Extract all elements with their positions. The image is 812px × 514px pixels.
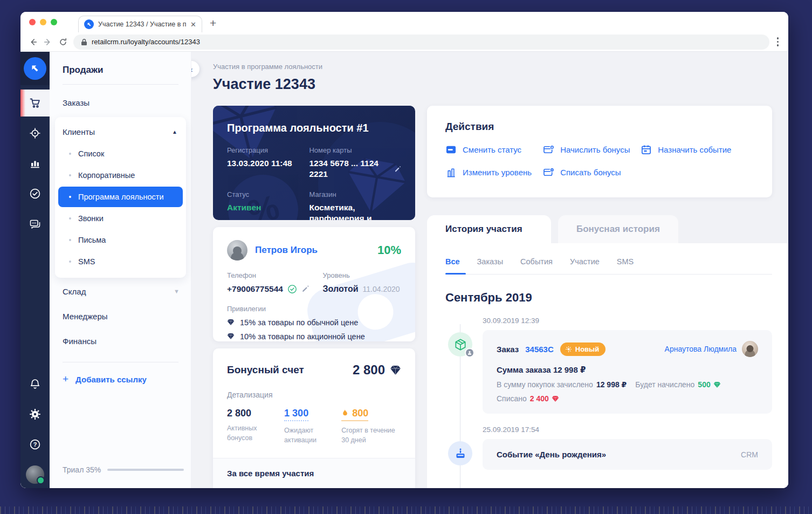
event-source: CRM xyxy=(741,450,758,459)
tab-close-icon[interactable]: ✕ xyxy=(190,21,196,28)
status-badge-new: Новый xyxy=(560,342,605,356)
edit-pencil-icon[interactable] xyxy=(301,285,309,293)
collapse-sidebar-button[interactable]: ‹ xyxy=(191,61,199,77)
edit-pencil-icon[interactable] xyxy=(394,165,401,173)
check-circle-icon xyxy=(29,187,42,200)
minimize-window-button[interactable] xyxy=(40,19,46,25)
sidebar-subitem-label: SMS xyxy=(78,257,95,266)
bar-chart-icon xyxy=(29,157,42,170)
page-title: Участие 12343 xyxy=(213,76,788,93)
gear-icon xyxy=(29,408,42,421)
target-icon xyxy=(29,127,42,140)
sidebar-item-orders[interactable]: Заказы xyxy=(50,90,191,115)
order-icon xyxy=(448,332,472,357)
sidebar-item-finance[interactable]: Финансы xyxy=(50,328,191,353)
rail-item-settings[interactable] xyxy=(20,401,50,428)
browser-tab[interactable]: Участие 12343 / Участие в прог ✕ xyxy=(78,16,202,32)
privilege-item: 10% за товары по акционной цене xyxy=(227,332,401,341)
filter-all[interactable]: Все xyxy=(445,257,460,274)
rail-item-chats[interactable] xyxy=(20,210,50,237)
bonus-column-pending: 1 300 Ожидают активации xyxy=(284,408,328,445)
history-tabs: История участия Бонусная история xyxy=(427,215,788,243)
sidebar-item-letters[interactable]: Письма xyxy=(58,229,183,251)
manager-name-link[interactable]: Арнаутова Людмила xyxy=(665,345,737,353)
timeline: 30.09.2019 12:39 xyxy=(445,317,772,470)
status-field: Статус Активен xyxy=(227,190,305,220)
rail-item-notifications[interactable] xyxy=(20,371,50,398)
breadcrumb[interactable]: Участия в программе лояльности xyxy=(213,63,788,71)
customer-name-link[interactable]: Петров Игорь xyxy=(255,245,370,256)
back-icon[interactable] xyxy=(28,37,38,47)
privilege-text: 15% за товары по обычной цене xyxy=(240,318,358,327)
manager-avatar xyxy=(742,341,758,357)
burning-bonuses-link[interactable]: 800 xyxy=(352,408,368,419)
sidebar-item-label: Финансы xyxy=(63,337,97,346)
trial-progress-track xyxy=(107,469,184,471)
sidebar-item-calls[interactable]: Звонки xyxy=(58,208,183,229)
writeoff-amount: 2 400 xyxy=(530,394,549,403)
zoom-window-button[interactable] xyxy=(51,19,57,25)
rail-item-profile[interactable] xyxy=(20,461,50,488)
browser-menu-icon[interactable] xyxy=(775,37,781,46)
accrue-amount: 500 xyxy=(698,380,710,389)
rail-item-tasks[interactable] xyxy=(20,180,50,207)
entry-timestamp: 30.09.2019 12:39 xyxy=(483,317,772,325)
rail-item-analytics[interactable] xyxy=(20,150,50,177)
close-window-button[interactable] xyxy=(29,19,36,25)
writeoff-bonuses-button[interactable]: Списать бонусы xyxy=(543,167,635,178)
retailcrm-logo[interactable] xyxy=(20,52,50,85)
sidebar-navigation: Продажи Заказы Клиенты ▲ Список xyxy=(50,52,191,488)
sidebar-item-corporate[interactable]: Корпоративные xyxy=(58,165,183,186)
filter-participation[interactable]: Участие xyxy=(570,257,600,274)
sidebar-item-clients[interactable]: Клиенты ▲ xyxy=(55,120,186,143)
sidebar-item-clients-list[interactable]: Список xyxy=(58,143,183,165)
action-label: Списать бонусы xyxy=(560,168,621,177)
birthday-cake-icon xyxy=(454,447,467,460)
filter-orders[interactable]: Заказы xyxy=(477,257,503,274)
divider xyxy=(63,362,178,362)
new-tab-button[interactable]: + xyxy=(210,17,216,29)
forward-icon[interactable] xyxy=(43,37,53,47)
window-controls xyxy=(29,19,57,25)
add-link-button[interactable]: + Добавить ссылку xyxy=(63,373,178,385)
change-status-button[interactable]: Сменить статус xyxy=(445,144,538,155)
filter-sms[interactable]: SMS xyxy=(617,257,634,274)
cart-icon xyxy=(29,97,42,109)
tab-participation-history[interactable]: История участия xyxy=(427,215,551,243)
shop-field: Магазин Косметика, парфюмерия и аксессуа… xyxy=(309,190,401,220)
sidebar-item-warehouse[interactable]: Склад ▼ xyxy=(50,279,191,304)
assign-event-button[interactable]: Назначить событие xyxy=(641,144,754,155)
writeoff-prefix: Списано xyxy=(497,394,527,403)
sidebar-item-label: Заказы xyxy=(63,98,90,107)
sidebar-item-managers[interactable]: Менеджеры xyxy=(50,304,191,328)
url-bar[interactable]: retailcrm.ru/loyalty/accounts/12343 xyxy=(73,35,769,50)
sidebar-item-loyalty-program[interactable]: Программа лояльности xyxy=(58,187,183,207)
divider xyxy=(445,274,772,275)
filter-events[interactable]: События xyxy=(520,257,553,274)
pending-bonuses-link[interactable]: 1 300 xyxy=(284,408,308,421)
reload-icon[interactable] xyxy=(58,37,68,47)
tab-bonus-history[interactable]: Бонусная история xyxy=(558,215,678,243)
change-level-button[interactable]: Изменить уровень xyxy=(445,167,538,178)
accrue-bonuses-button[interactable]: Начислить бонусы xyxy=(543,144,635,155)
chevron-down-icon[interactable]: ▼ xyxy=(174,288,180,294)
sidebar-item-label: Склад xyxy=(63,287,86,296)
retailcrm-logo-icon xyxy=(24,57,46,80)
rail-item-marketing[interactable] xyxy=(20,120,50,147)
customer-card: Петров Игорь 10% Телефон +79006775544 xyxy=(213,227,415,341)
left-column: % Программа лояльности #1 Регистрация 13… xyxy=(213,106,415,488)
rail-item-help[interactable]: ? xyxy=(20,431,50,458)
bonus-title: Бонусный счет xyxy=(227,364,304,376)
retailcrm-favicon-icon xyxy=(84,19,94,29)
actions-title: Действия xyxy=(445,121,754,133)
credited-prefix: В сумму покупок зачислено xyxy=(497,380,593,389)
order-number-link[interactable]: 34563C xyxy=(525,345,554,354)
sidebar-subitem-label: Список xyxy=(78,149,104,158)
field-label: Телефон xyxy=(227,271,320,279)
sidebar-item-sms[interactable]: SMS xyxy=(58,251,183,272)
details-label: Детализация xyxy=(227,390,401,399)
person-badge-icon xyxy=(465,348,474,358)
rail-item-sales[interactable] xyxy=(20,90,50,116)
chevron-up-icon[interactable]: ▲ xyxy=(172,129,177,135)
action-label: Изменить уровень xyxy=(463,168,532,177)
